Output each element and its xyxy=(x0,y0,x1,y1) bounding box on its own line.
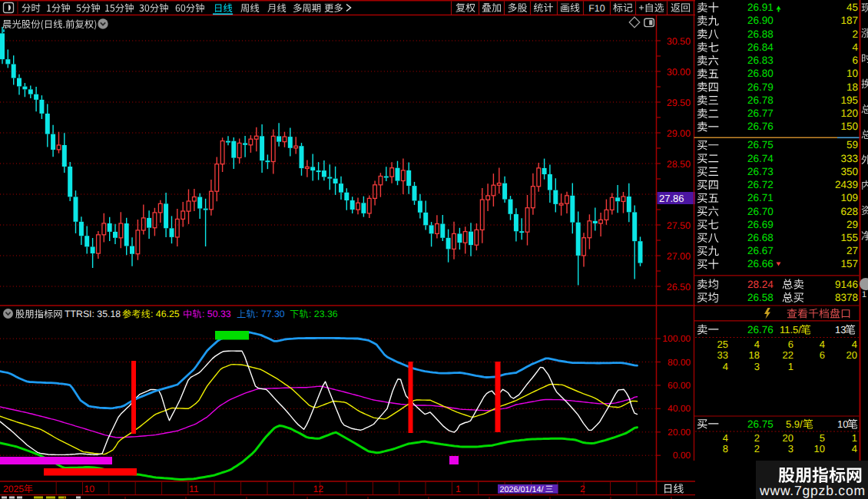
svg-text:26.70: 26.70 xyxy=(747,206,774,217)
svg-text:26.91: 26.91 xyxy=(747,2,774,13)
svg-text:4: 4 xyxy=(852,443,857,454)
svg-text:27.00: 27.00 xyxy=(667,251,691,262)
svg-text:59: 59 xyxy=(846,139,858,150)
svg-text:3: 3 xyxy=(788,443,793,454)
svg-text:26.71: 26.71 xyxy=(747,192,774,203)
svg-text:29.00: 29.00 xyxy=(667,128,691,139)
svg-text:29: 29 xyxy=(846,219,858,230)
svg-text:26.72: 26.72 xyxy=(747,179,774,190)
svg-text:4: 4 xyxy=(820,339,825,350)
svg-text:22: 22 xyxy=(783,349,793,361)
svg-text:80.00: 80.00 xyxy=(668,357,691,368)
svg-text:F10: F10 xyxy=(588,3,605,14)
svg-text:25: 25 xyxy=(717,339,728,350)
svg-text:628: 628 xyxy=(840,206,858,217)
svg-text:10: 10 xyxy=(837,418,848,430)
svg-text:1: 1 xyxy=(852,432,857,444)
svg-text:11: 11 xyxy=(189,484,199,494)
svg-text:350: 350 xyxy=(840,166,858,177)
svg-text:33: 33 xyxy=(717,349,728,361)
svg-text:26.68: 26.68 xyxy=(747,232,774,243)
svg-text:27: 27 xyxy=(846,245,858,256)
svg-text:1: 1 xyxy=(456,484,461,494)
svg-text:6: 6 xyxy=(852,55,858,66)
svg-text:4: 4 xyxy=(852,41,858,53)
svg-text:: 46.25: : 46.25 xyxy=(151,309,180,319)
svg-text:: 23.36: : 23.36 xyxy=(309,309,338,319)
svg-text:26.58: 26.58 xyxy=(747,292,774,303)
svg-text:20.00: 20.00 xyxy=(668,427,691,438)
svg-text:40.00: 40.00 xyxy=(668,403,691,414)
svg-text:TTRSI: 35.18: TTRSI: 35.18 xyxy=(65,309,121,319)
svg-text:20: 20 xyxy=(783,432,793,444)
svg-text:28.50: 28.50 xyxy=(667,159,691,170)
svg-text:27.50: 27.50 xyxy=(667,220,691,231)
svg-text:8378: 8378 xyxy=(835,292,858,303)
svg-text:2: 2 xyxy=(754,443,760,454)
svg-text:26.84: 26.84 xyxy=(747,41,774,53)
svg-text:26.73: 26.73 xyxy=(747,166,774,177)
svg-text:13: 13 xyxy=(835,324,846,335)
svg-text:26.78: 26.78 xyxy=(747,94,774,106)
svg-text:2: 2 xyxy=(580,484,585,494)
svg-text:26.77: 26.77 xyxy=(747,107,774,119)
svg-text:2026/01/14/: 2026/01/14/ xyxy=(500,485,544,494)
svg-text:109: 109 xyxy=(840,192,858,203)
svg-text:26.76: 26.76 xyxy=(747,121,774,132)
svg-text:8: 8 xyxy=(723,443,728,454)
svg-text:26.75: 26.75 xyxy=(747,418,774,430)
svg-text:26.67: 26.67 xyxy=(747,245,774,256)
svg-text:26.75: 26.75 xyxy=(747,139,774,150)
svg-text:4: 4 xyxy=(723,361,728,372)
svg-text:18: 18 xyxy=(749,349,760,361)
svg-text:4: 4 xyxy=(852,339,857,350)
svg-text:26.66: 26.66 xyxy=(747,258,774,269)
svg-text:26.69: 26.69 xyxy=(747,219,774,230)
svg-text:27.86: 27.86 xyxy=(659,193,684,204)
svg-text:5: 5 xyxy=(820,432,825,444)
svg-text:26.50: 26.50 xyxy=(667,282,691,292)
svg-text:20: 20 xyxy=(846,349,857,361)
svg-text:26.88: 26.88 xyxy=(747,28,774,40)
svg-text:2: 2 xyxy=(754,432,760,444)
svg-text:1: 1 xyxy=(862,290,866,299)
svg-text:195: 195 xyxy=(840,94,858,106)
svg-text:26.74: 26.74 xyxy=(747,153,774,164)
svg-text:18: 18 xyxy=(846,81,858,93)
svg-text:6: 6 xyxy=(820,349,825,361)
svg-text:120: 120 xyxy=(840,107,858,119)
svg-text:4: 4 xyxy=(754,339,760,350)
svg-text:www.7gpzb.com: www.7gpzb.com xyxy=(759,483,866,498)
svg-text:45: 45 xyxy=(846,2,858,13)
svg-text:5.9/: 5.9/ xyxy=(786,418,803,430)
svg-text:9146: 9146 xyxy=(835,279,858,290)
svg-text:100.00: 100.00 xyxy=(662,333,691,344)
svg-text:26.76: 26.76 xyxy=(747,324,774,335)
svg-text:30.50: 30.50 xyxy=(667,36,691,47)
svg-text:29.50: 29.50 xyxy=(667,97,691,108)
svg-text:157: 157 xyxy=(840,258,858,269)
svg-text:10: 10 xyxy=(84,484,95,494)
svg-text:11.5/: 11.5/ xyxy=(780,324,801,335)
svg-text:4: 4 xyxy=(723,432,728,444)
svg-text:155: 155 xyxy=(840,232,858,243)
svg-text:0.00: 0.00 xyxy=(673,450,691,461)
svg-text:2: 2 xyxy=(852,28,858,40)
svg-text:26.79: 26.79 xyxy=(747,81,774,93)
svg-text:333: 333 xyxy=(840,153,858,164)
svg-text:2439: 2439 xyxy=(835,179,858,190)
svg-text:26.90: 26.90 xyxy=(747,15,774,26)
svg-text:150: 150 xyxy=(840,121,858,132)
svg-text:187: 187 xyxy=(840,15,858,26)
svg-text:10: 10 xyxy=(846,68,858,79)
svg-text:26.83: 26.83 xyxy=(747,55,774,66)
svg-text:10: 10 xyxy=(814,443,825,454)
svg-text:12: 12 xyxy=(313,484,324,494)
svg-text:3: 3 xyxy=(754,361,760,372)
svg-text:2025: 2025 xyxy=(3,484,24,494)
svg-text:: 77.30: : 77.30 xyxy=(256,309,285,319)
svg-text:6: 6 xyxy=(788,339,793,350)
svg-text:: 50.33: : 50.33 xyxy=(202,309,231,319)
svg-text:1: 1 xyxy=(788,361,793,372)
svg-text:26.80: 26.80 xyxy=(747,68,774,79)
